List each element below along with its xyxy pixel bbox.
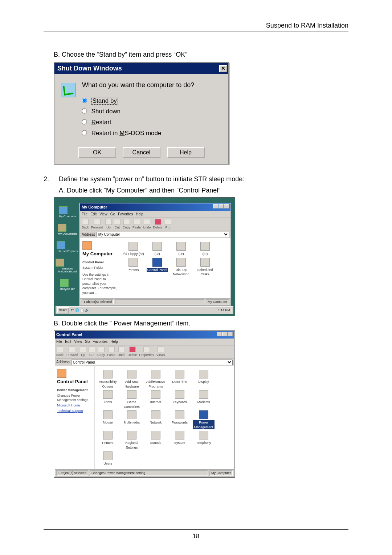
- close-button[interactable]: ✕: [219, 65, 227, 72]
- mycomputer-screenshot: My Computer My Documents Internet Explor…: [54, 197, 235, 316]
- window-buttons[interactable]: [216, 332, 233, 338]
- menubar[interactable]: FileEditViewGoFavoritesHelp: [55, 339, 234, 345]
- list-item[interactable]: Game Controllers: [121, 390, 143, 409]
- side-desc: Changes Power Management settings.: [57, 393, 92, 402]
- controlpanel-grid: Accessibility OptionsAdd New HardwareAdd…: [95, 366, 234, 469]
- list-item[interactable]: (C:): [146, 242, 168, 256]
- list-item[interactable]: Scheduled Tasks: [194, 258, 216, 277]
- link-tech-support[interactable]: Technical Support: [57, 409, 92, 413]
- dialog-title: Shut Down Windows: [57, 64, 122, 73]
- desktop-ie-icon[interactable]: [57, 241, 65, 249]
- address-label: Address: [56, 360, 70, 365]
- radio-shutdown[interactable]: [82, 109, 87, 114]
- side-section: Power Management: [57, 388, 92, 393]
- option-msdos-label: Restart in MS-DOS mode: [91, 130, 162, 137]
- radio-msdos[interactable]: [82, 130, 87, 135]
- controlpanel-window: Control Panel FileEditViewGoFavoritesHel…: [54, 331, 235, 477]
- link-ms-home[interactable]: Microsoft Home: [57, 403, 92, 408]
- shutdown-icon: [61, 83, 75, 97]
- status-mid: [115, 299, 204, 305]
- desktop-icons: My Computer My Documents Internet Explor…: [56, 200, 79, 306]
- list-item[interactable]: System: [169, 431, 191, 450]
- address-select[interactable]: My Computer: [97, 232, 229, 237]
- side-desc: Use the settings in Control Panel to per…: [82, 272, 118, 295]
- taskbar[interactable]: Start 🗔 🌐 📋 🔊 1:14 PM: [56, 306, 233, 314]
- list-item[interactable]: Multimedia: [121, 410, 143, 429]
- option-msdos[interactable]: Restart in MS-DOS mode: [82, 129, 194, 138]
- list-item[interactable]: Mouse: [97, 410, 119, 429]
- list-item[interactable]: Passwords: [169, 410, 191, 429]
- list-item[interactable]: Accessibility Options: [97, 370, 119, 389]
- list-item[interactable]: Keyboard: [169, 390, 191, 409]
- controlpanel-screenshot: Control Panel FileEditViewGoFavoritesHel…: [54, 330, 235, 478]
- step-b-text: B. Choose the “Stand by” item and press …: [54, 50, 348, 59]
- list-item[interactable]: Dial-Up Networking: [170, 258, 192, 277]
- radio-restart[interactable]: [82, 119, 87, 125]
- cancel-button[interactable]: Cancel: [123, 147, 160, 158]
- menubar[interactable]: FileEditViewGoFavoritesHelp: [80, 211, 230, 218]
- mycomputer-window: My Computer FileEditViewGoFavoritesHelp …: [79, 203, 231, 306]
- list-item[interactable]: Date/Time: [169, 370, 191, 389]
- list-item[interactable]: Power Management: [193, 410, 215, 429]
- radio-standby[interactable]: [82, 98, 87, 103]
- list-item[interactable]: (D:): [170, 242, 192, 256]
- list-item[interactable]: 3½ Floppy (A:): [122, 242, 144, 256]
- list-item[interactable]: Add/Remove Programs: [145, 370, 167, 389]
- status-right: My Computer: [209, 470, 233, 476]
- ok-button[interactable]: OK: [78, 147, 116, 158]
- list-item[interactable]: Control Panel: [146, 258, 168, 277]
- desktop-recycle-icon[interactable]: [60, 279, 69, 287]
- toolbar[interactable]: BackForwardUpCutCopyPasteUndoDeletePro: [80, 218, 230, 231]
- page-number: 18: [0, 533, 392, 540]
- address-label: Address: [82, 232, 95, 237]
- explorer-side-panel: Control Panel Power Management Changes P…: [55, 366, 95, 469]
- step-2b-text: B. Double click the “ Power Management” …: [54, 319, 348, 328]
- status-left: 1 object(s) selected: [82, 299, 114, 305]
- option-standby[interactable]: Stand by: [82, 97, 194, 105]
- list-item[interactable]: Network: [145, 410, 167, 429]
- list-item[interactable]: Modems: [193, 390, 215, 409]
- address-select[interactable]: Control Panel: [71, 360, 233, 365]
- step-2a-text: A. Double click “My Computer” and then “…: [59, 186, 244, 195]
- option-restart[interactable]: Restart: [82, 118, 194, 127]
- side-title: Control Panel: [57, 379, 92, 384]
- status-bar: 1 object(s) selected My Computer: [80, 298, 230, 305]
- dialog-question: What do you want the computer to do?: [82, 81, 194, 90]
- window-titlebar: My Computer: [80, 203, 230, 211]
- address-bar[interactable]: Address My Computer: [80, 231, 230, 238]
- explorer-side-panel: My Computer Control Panel System Folder …: [80, 238, 120, 298]
- status-bar: 1 object(s) selected Changes Power Manag…: [55, 469, 234, 477]
- list-item[interactable]: Printers: [97, 431, 119, 450]
- option-shutdown[interactable]: Shut down: [82, 107, 194, 116]
- desktop-network-icon[interactable]: [56, 259, 64, 267]
- option-restart-label: Restart: [91, 119, 111, 126]
- desktop-mycomputer-icon[interactable]: [59, 206, 68, 214]
- list-item[interactable]: Sounds: [145, 431, 167, 450]
- option-shutdown-label: Shut down: [91, 108, 121, 115]
- step-2-text: Define the system ”power on” button to i…: [59, 175, 244, 184]
- list-item[interactable]: Internet: [145, 390, 167, 409]
- status-mid: Changes Power Management setting: [90, 470, 208, 476]
- toolbar[interactable]: BackForwardUpCutCopyPasteUndoDeletePrope…: [55, 345, 234, 359]
- start-button[interactable]: Start: [57, 307, 69, 313]
- status-left: 1 object(s) selected: [56, 470, 88, 476]
- list-item[interactable]: (E:): [194, 242, 216, 256]
- side-title: My Computer: [82, 251, 118, 256]
- side-section: Control Panel: [82, 260, 118, 265]
- list-item[interactable]: Users: [97, 451, 119, 466]
- list-item[interactable]: Display: [193, 370, 215, 389]
- list-item[interactable]: Fonts: [97, 390, 119, 409]
- list-item[interactable]: Printers: [122, 258, 144, 277]
- list-item[interactable]: Telephony: [193, 431, 215, 450]
- system-tray[interactable]: 1:14 PM: [216, 308, 232, 313]
- address-bar[interactable]: Address Control Panel: [55, 359, 234, 366]
- status-right: My Computer: [206, 299, 229, 305]
- list-item[interactable]: Add New Hardware: [121, 370, 143, 389]
- dialog-titlebar: Shut Down Windows ✕: [54, 63, 228, 74]
- window-buttons[interactable]: [213, 204, 229, 210]
- side-mycomputer-icon: [82, 241, 92, 250]
- help-button[interactable]: Help: [167, 147, 205, 158]
- desktop-mydocs-icon[interactable]: [58, 224, 66, 232]
- mycomputer-grid: 3½ Floppy (A:)(C:)(D:)(E:)PrintersContro…: [120, 238, 230, 298]
- list-item[interactable]: Regional Settings: [121, 431, 143, 450]
